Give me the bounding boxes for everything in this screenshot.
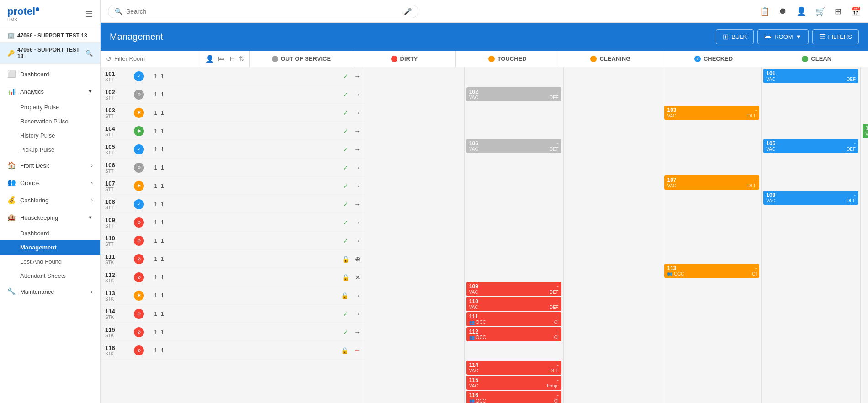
record-icon[interactable]: ⏺ bbox=[779, 6, 787, 16]
table-row[interactable]: 106STT ⚙ 11 ✓ → bbox=[101, 159, 365, 177]
x-icon[interactable]: ✕ bbox=[355, 274, 360, 281]
lock-icon[interactable]: 🔒 bbox=[341, 347, 349, 354]
table-row[interactable]: 103STT ✱ 11 ✓ → bbox=[101, 104, 365, 122]
table-row[interactable]: 101STT ✓ 11 ✓ → bbox=[101, 67, 365, 85]
sidebar-item-dashboard[interactable]: ⬜ Dashboard bbox=[0, 65, 100, 83]
cart-icon[interactable]: 🛒 bbox=[815, 6, 826, 16]
table-row[interactable]: 114STK ⊘ 11 ✓ → bbox=[101, 305, 365, 323]
filter-room-box[interactable]: ↺ bbox=[101, 51, 201, 67]
room-card-101[interactable]: 101- VACDEF bbox=[763, 69, 858, 83]
room-card-105[interactable]: 105- VACDEF bbox=[763, 139, 858, 153]
checkmark-icon[interactable]: ✓ bbox=[343, 237, 349, 244]
search-input[interactable] bbox=[126, 8, 400, 15]
arrow-right-icon[interactable]: → bbox=[354, 237, 360, 244]
arrow-left-icon[interactable]: ← bbox=[354, 347, 360, 354]
checkmark-icon[interactable]: ✓ bbox=[343, 91, 349, 98]
room-card-107[interactable]: 107- VACDEF bbox=[664, 175, 759, 190]
arrow-right-icon[interactable]: → bbox=[354, 164, 360, 171]
tab-dirty[interactable]: DIRTY bbox=[353, 51, 456, 67]
room-card-116[interactable]: 116- 👥 OCCCI bbox=[466, 391, 561, 403]
sidebar-item-front-desk[interactable]: 🏠 Front Desk › bbox=[0, 157, 100, 174]
table-row[interactable]: 116STK ⊘ 11 🔒 ← bbox=[101, 341, 365, 360]
sidebar-item-lost-found[interactable]: Lost And Found bbox=[0, 255, 100, 269]
checkmark-icon[interactable]: ✓ bbox=[343, 182, 349, 190]
lock-icon[interactable]: 🔒 bbox=[342, 274, 349, 281]
arrow-right-icon[interactable]: → bbox=[354, 201, 360, 208]
sidebar-item-groups[interactable]: 👥 Groups › bbox=[0, 174, 100, 191]
table-row[interactable]: 107STT ✱ 11 ✓ → bbox=[101, 177, 365, 195]
register-icon[interactable]: 📋 bbox=[760, 6, 770, 16]
sidebar-item-attendant-sheets[interactable]: Attendant Sheets bbox=[0, 269, 100, 283]
room-card-103[interactable]: 103- VACDEF bbox=[664, 106, 759, 120]
room-card-106[interactable]: 106- VACDEF bbox=[466, 139, 561, 153]
property-item-2[interactable]: 🔑 47066 - SUPPORT TEST 13 🔍 bbox=[0, 43, 100, 64]
tab-cleaning[interactable]: CLEANING bbox=[559, 51, 662, 67]
tab-touched[interactable]: TOUCHED bbox=[456, 51, 559, 67]
checkmark-icon[interactable]: ✓ bbox=[343, 109, 349, 117]
room-card-108[interactable]: 108- VACDEF bbox=[763, 191, 858, 205]
property-item-1[interactable]: 🏢 47066 - SUPPORT TEST 13 bbox=[0, 28, 100, 43]
checkmark-icon[interactable]: ✓ bbox=[343, 329, 349, 336]
table-row[interactable]: 113STK ✱ 11 🔒 → bbox=[101, 286, 365, 305]
room-button[interactable]: 🛏 ROOM ▼ bbox=[757, 29, 808, 44]
person-icon[interactable]: 👤 bbox=[796, 6, 806, 16]
arrow-right-icon[interactable]: → bbox=[354, 329, 360, 336]
arrow-right-icon[interactable]: → bbox=[354, 146, 360, 153]
table-row[interactable]: 112STK ⊘ 11 🔒 ✕ bbox=[101, 268, 365, 286]
checkmark-icon[interactable]: ✓ bbox=[343, 310, 349, 318]
table-row[interactable]: 109STT ⊘ 11 ✓ → bbox=[101, 213, 365, 232]
tab-checked[interactable]: ✓ CHECKED bbox=[662, 51, 766, 67]
split-icon[interactable]: ⊕ bbox=[355, 255, 360, 263]
table-row[interactable]: 111STK ⊘ 11 🔒 ⊕ bbox=[101, 250, 365, 268]
sidebar-item-property-pulse[interactable]: Property Pulse bbox=[0, 100, 100, 114]
arrow-right-icon[interactable]: → bbox=[354, 219, 360, 226]
arrow-right-icon[interactable]: → bbox=[354, 310, 360, 318]
checkmark-icon[interactable]: ✓ bbox=[343, 146, 349, 153]
filters-button[interactable]: ☰ FILTERS bbox=[812, 29, 859, 44]
table-row[interactable]: 115STK ⊘ 11 ✓ → bbox=[101, 323, 365, 341]
arrow-right-icon[interactable]: → bbox=[354, 292, 360, 299]
mic-icon[interactable]: 🎤 bbox=[404, 8, 412, 15]
room-card-102[interactable]: 102- VACDEF bbox=[466, 87, 561, 101]
lock-icon[interactable]: 🔒 bbox=[342, 255, 349, 263]
table-row[interactable]: 105STT ✓ 11 ✓ → bbox=[101, 140, 365, 159]
arrow-right-icon[interactable]: → bbox=[354, 91, 360, 98]
checkmark-icon[interactable]: ✓ bbox=[343, 201, 349, 208]
sidebar-item-maintenance[interactable]: 🔧 Maintenance › bbox=[0, 283, 100, 300]
table-row[interactable]: 104STT ✱ 11 ✓ → bbox=[101, 122, 365, 140]
sidebar-item-reservation-pulse[interactable]: Reservation Pulse bbox=[0, 114, 100, 128]
sidebar-item-cashiering[interactable]: 💰 Cashiering › bbox=[0, 191, 100, 209]
lock-icon[interactable]: 🔒 bbox=[341, 292, 349, 299]
checkmark-icon[interactable]: ✓ bbox=[343, 127, 349, 135]
table-row[interactable]: 108STT ✓ 11 ✓ → bbox=[101, 195, 365, 213]
room-card-110[interactable]: 110- VACDEF bbox=[466, 297, 561, 311]
bulk-button[interactable]: ⊞ BULK bbox=[716, 29, 754, 44]
room-card-112[interactable]: 112- 👥 OCCCI bbox=[466, 327, 561, 341]
room-card-115[interactable]: 115- VACTemp. bbox=[466, 376, 561, 390]
table-row[interactable]: 102STT ⚙ 11 ✓ → bbox=[101, 85, 365, 104]
sidebar-item-housekeeping[interactable]: 🏨 Housekeeping ▼ bbox=[0, 209, 100, 226]
sidebar-item-history-pulse[interactable]: History Pulse bbox=[0, 128, 100, 143]
hamburger-icon[interactable]: ☰ bbox=[85, 9, 93, 19]
arrow-right-icon[interactable]: → bbox=[354, 127, 360, 135]
calendar-icon[interactable]: 📅 bbox=[851, 6, 861, 16]
room-card-109[interactable]: 109- VACDEF bbox=[466, 282, 561, 296]
sidebar-item-management[interactable]: Management bbox=[0, 240, 100, 255]
sidebar-item-pickup-pulse[interactable]: Pickup Pulse bbox=[0, 143, 100, 157]
search-box[interactable]: 🔍 🎤 bbox=[108, 5, 418, 18]
sidebar-item-analytics[interactable]: 📊 Analytics ▼ bbox=[0, 83, 100, 100]
room-card-111[interactable]: 111- 👥 OCCCI bbox=[466, 312, 561, 326]
checkmark-icon[interactable]: ✓ bbox=[343, 73, 349, 80]
arrow-right-icon[interactable]: → bbox=[354, 182, 360, 190]
arrow-right-icon[interactable]: → bbox=[354, 109, 360, 117]
arrow-right-icon[interactable]: → bbox=[354, 73, 360, 80]
search-icon-small[interactable]: 🔍 bbox=[85, 50, 93, 57]
checkmark-icon[interactable]: ✓ bbox=[343, 164, 349, 171]
room-card-104[interactable]: 104- VACDEF bbox=[863, 124, 868, 138]
tab-clean[interactable]: CLEAN bbox=[765, 51, 868, 67]
checkmark-icon[interactable]: ✓ bbox=[343, 219, 349, 226]
tab-oos[interactable]: OUT OF SERVICE bbox=[250, 51, 353, 67]
sidebar-item-hk-dashboard[interactable]: Dashboard bbox=[0, 226, 100, 240]
room-card-113[interactable]: 113- 👥 OCCCI bbox=[664, 264, 759, 278]
room-card-114[interactable]: 114- VACDEF bbox=[466, 361, 561, 375]
